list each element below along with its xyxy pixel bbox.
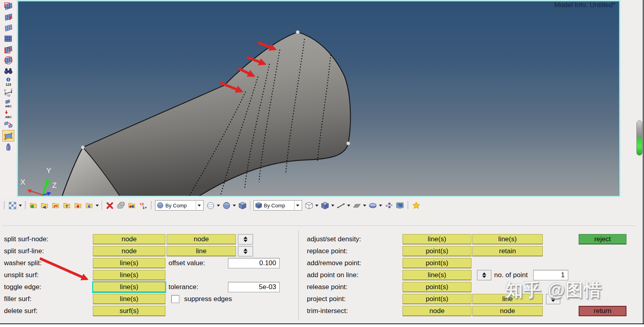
screen-icon[interactable] xyxy=(395,200,405,211)
offset-value-input[interactable]: 0.100 xyxy=(228,258,280,268)
solid-cube-icon[interactable] xyxy=(237,200,247,211)
label-grid-icon[interactable]: ABC xyxy=(2,98,14,108)
split-surf-node-entity2-button[interactable]: node xyxy=(167,234,236,244)
component-combo-value: By Comp xyxy=(263,203,294,209)
adjust-density-entity2-button[interactable]: line(s) xyxy=(472,234,543,244)
display-mode-combo[interactable]: By Comp xyxy=(155,200,204,211)
selector-pattern-icon[interactable] xyxy=(7,200,18,211)
components-icon[interactable] xyxy=(116,200,126,211)
svg-text:*10: *10 xyxy=(6,94,10,97)
split-surf-line-entity1-button[interactable]: node xyxy=(93,246,165,256)
wireframe-dropdown-caret[interactable] xyxy=(217,205,220,207)
line-tool-icon[interactable] xyxy=(336,200,346,211)
component-combo-caret[interactable] xyxy=(294,201,301,210)
release-point-entity-button[interactable]: point(s) xyxy=(402,282,471,292)
numbers-icon[interactable]: 123 xyxy=(2,76,14,87)
save-as-icon[interactable] xyxy=(84,200,94,211)
wireframe-sphere-icon[interactable] xyxy=(205,200,216,211)
mesh-surface-icon[interactable] xyxy=(2,33,14,44)
save-icon[interactable] xyxy=(73,200,83,211)
surface-create-icon[interactable] xyxy=(2,12,14,22)
surface-edit-icon[interactable] xyxy=(2,130,14,142)
assembly-dropdown-caret[interactable] xyxy=(331,205,334,207)
row-label: unsplit surf: xyxy=(4,271,39,279)
solid-bottle-icon[interactable] xyxy=(2,142,14,152)
wireframe-cube-icon[interactable] xyxy=(304,200,314,211)
shaded-sphere-icon xyxy=(156,201,164,209)
toggle-edge-entity-button[interactable]: line(s) xyxy=(93,282,165,292)
tolerance-input[interactable]: 5e-03 xyxy=(228,282,280,292)
surface-edit-frame-icon[interactable] xyxy=(2,44,14,55)
adjust-density-entity1-button[interactable]: line(s) xyxy=(402,234,471,244)
file-dropdown-caret[interactable] xyxy=(96,205,99,207)
graphics-viewport[interactable]: X Y Z Model Info: Untitled* xyxy=(17,0,620,197)
add-point-on-line-entity-button[interactable]: line(s) xyxy=(402,270,471,280)
import-icon[interactable] xyxy=(39,200,50,211)
disc-tool-icon[interactable] xyxy=(367,200,378,211)
axis-z-label: Z xyxy=(52,181,57,189)
map-surfaces-icon[interactable] xyxy=(2,119,14,130)
toolbar-grip[interactable] xyxy=(150,201,152,210)
label-arrow-icon[interactable]: ABC xyxy=(2,108,14,119)
split-surf-line-toggle[interactable] xyxy=(238,246,253,256)
toolbar-grip[interactable] xyxy=(407,201,409,210)
delete-icon[interactable] xyxy=(104,200,115,211)
assembly-cube-icon xyxy=(255,201,263,209)
disc-dropdown-caret[interactable] xyxy=(379,205,382,207)
skin-surface-icon[interactable] xyxy=(2,22,14,33)
toolbar-separator xyxy=(250,201,250,210)
toolbar-grip[interactable] xyxy=(3,201,5,210)
window-margin-bottom xyxy=(0,324,644,327)
replace-point-entity1-button[interactable]: point(s) xyxy=(402,246,471,256)
project-point-entity1-button[interactable]: point(s) xyxy=(402,294,471,304)
assembly-cube-icon[interactable] xyxy=(320,200,330,211)
split-surf-line-entity2-button[interactable]: line xyxy=(167,246,236,256)
split-surf-node-entity1-button[interactable]: node xyxy=(93,234,165,244)
organize-icon[interactable] xyxy=(127,200,137,211)
filler-surf-entity-button[interactable]: line(s) xyxy=(93,294,165,304)
plane-tool-icon[interactable] xyxy=(351,200,362,211)
export-icon[interactable] xyxy=(51,200,61,211)
axis-triad: X Y Z xyxy=(20,166,57,195)
trim-intersect-entity2-button[interactable]: node xyxy=(472,306,543,316)
spline-surfaces-icon[interactable] xyxy=(2,1,14,12)
row-label: add/remove point: xyxy=(307,259,361,267)
return-button[interactable]: return xyxy=(579,306,626,316)
open-model-icon[interactable] xyxy=(28,200,39,211)
renumber-icon[interactable]: +21+ xyxy=(138,200,148,211)
main-toolbar: +21+ By Comp By Comp xyxy=(0,198,643,213)
wirecube-dropdown-caret[interactable] xyxy=(315,205,318,207)
trim-intersect-entity1-button[interactable]: node xyxy=(402,306,471,316)
suppress-edges-checkbox[interactable] xyxy=(171,295,179,303)
add-point-on-line-toggle[interactable] xyxy=(477,270,491,280)
offset-value-label: offset value: xyxy=(169,259,205,267)
shaded-dropdown-caret[interactable] xyxy=(233,205,236,207)
left-toolbar: 123 01*10 ABC ABC xyxy=(0,0,17,198)
row-label: add point on line: xyxy=(307,271,359,279)
add-remove-point-entity-button[interactable]: point(s) xyxy=(402,258,471,268)
find-binoculars-icon[interactable] xyxy=(2,65,14,76)
reject-button[interactable]: reject xyxy=(579,234,626,244)
toolbar-grip[interactable] xyxy=(24,201,26,210)
arrange-windows-icon[interactable] xyxy=(383,200,394,211)
load-icon[interactable] xyxy=(62,200,72,211)
split-surf-node-toggle[interactable] xyxy=(238,234,253,244)
component-color-combo[interactable]: By Comp xyxy=(253,200,302,211)
unsplit-surf-entity-button[interactable]: line(s) xyxy=(93,270,165,280)
suppress-edges-label: suppress edges xyxy=(184,295,232,303)
row-label: toggle edge: xyxy=(4,283,41,291)
measure-icon[interactable]: 01*10 xyxy=(2,87,14,98)
delete-surf-entity-button[interactable]: surf(s) xyxy=(93,306,165,316)
line-dropdown-caret[interactable] xyxy=(347,205,350,207)
favorites-star-icon[interactable] xyxy=(411,200,421,211)
axis-x-label: X xyxy=(20,178,26,186)
selector-dropdown-caret[interactable] xyxy=(19,205,22,207)
level-slider[interactable] xyxy=(636,120,642,156)
surface-circle-icon[interactable] xyxy=(2,55,14,65)
washer-split-entity-button[interactable]: line(s) xyxy=(93,258,165,268)
replace-point-retain-button[interactable]: retain xyxy=(472,246,543,256)
row-label: release point: xyxy=(307,283,348,291)
shaded-sphere-icon[interactable] xyxy=(221,200,232,211)
plane-dropdown-caret[interactable] xyxy=(363,205,366,207)
display-combo-caret[interactable] xyxy=(196,201,202,210)
